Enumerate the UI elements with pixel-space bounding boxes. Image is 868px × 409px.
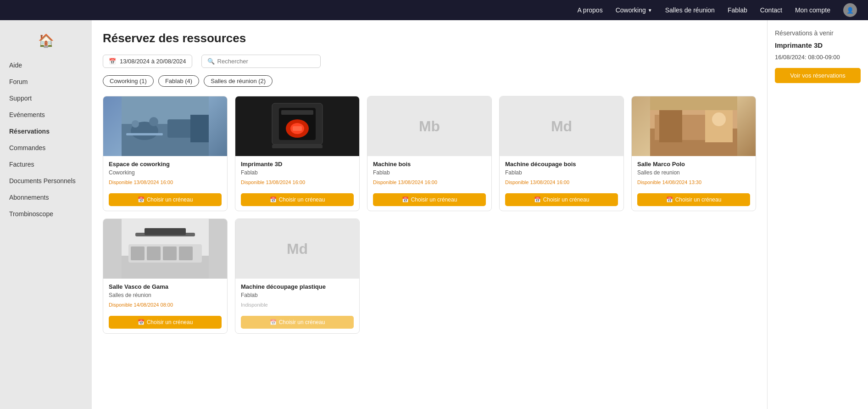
panel-resource-name: Imprimante 3D: [775, 41, 861, 49]
panel-title: Réservations à venir: [775, 29, 861, 37]
nav-a-propos[interactable]: A propos: [577, 6, 602, 14]
sidebar-item-factures[interactable]: Factures: [0, 156, 92, 173]
card-availability-imprimante: Disponible 13/08/2024 16:00: [241, 179, 354, 185]
btn-choose-decoupage-bois[interactable]: 📅 Choisir un créneau: [505, 193, 618, 206]
card-image-marco-polo: [632, 96, 756, 156]
logo-icon: 🏠: [32, 31, 60, 50]
sidebar-item-trombinoscope[interactable]: Trombinoscope: [0, 206, 92, 222]
nav-coworking[interactable]: Coworking ▼: [616, 6, 652, 14]
card-image-decoupage-bois: Md: [500, 96, 623, 156]
nav-fablab[interactable]: Fablab: [728, 6, 747, 14]
svg-rect-27: [147, 247, 161, 260]
filter-coworking[interactable]: Coworking (1): [103, 75, 154, 87]
card-body-imprimante: Imprimante 3D Fablab Disponible 13/08/20…: [235, 156, 359, 190]
sidebar-item-documents[interactable]: Documents Personnels: [0, 173, 92, 189]
btn-choose-coworking[interactable]: 📅 Choisir un créneau: [109, 193, 222, 206]
filter-fablab[interactable]: Fablab (4): [158, 75, 199, 87]
card-image-vasco: [103, 219, 227, 279]
svg-rect-22: [650, 96, 737, 110]
search-bar: 📅 13/08/2024 à 20/08/2024 🔍: [103, 55, 756, 68]
sidebar-item-abonnements[interactable]: Abonnements: [0, 189, 92, 206]
svg-rect-26: [131, 247, 145, 260]
sidebar: 🏠 Aide Forum Support Evénements Réservat…: [0, 20, 92, 409]
card-machine-decoupage-bois: Md Machine découpage bois Fablab Disponi…: [499, 96, 624, 211]
btn-choose-imprimante[interactable]: 📅 Choisir un créneau: [241, 193, 354, 206]
card-availability-coworking: Disponible 13/08/2024 16:00: [109, 179, 222, 185]
svg-rect-3: [126, 133, 163, 135]
btn-voir-reservations[interactable]: Voir vos réservations: [775, 68, 861, 83]
card-body-marco-polo: Salle Marco Polo Salles de reunion Dispo…: [632, 156, 756, 190]
card-availability-vasco: Disponible 14/08/2024 08:00: [109, 302, 222, 308]
card-category-decoupage-bois: Fablab: [505, 169, 618, 176]
svg-rect-14: [293, 126, 302, 131]
card-category-machine-bois: Fablab: [373, 169, 486, 176]
resource-grid-row1: Espace de coworking Coworking Disponible…: [103, 96, 756, 211]
filter-tags: Coworking (1) Fablab (4) Salles de réuni…: [103, 75, 756, 87]
card-machine-bois: Mb Machine bois Fablab Disponible 13/08/…: [367, 96, 492, 211]
top-navigation: A propos Coworking ▼ Salles de réunion F…: [0, 0, 868, 20]
card-name-decoupage-bois: Machine découpage bois: [505, 161, 618, 168]
search-icon: 🔍: [207, 58, 215, 65]
card-body-coworking: Espace de coworking Coworking Disponible…: [103, 156, 227, 190]
sidebar-item-aide[interactable]: Aide: [0, 57, 92, 73]
nav-mon-compte[interactable]: Mon compte: [795, 6, 830, 14]
svg-rect-15: [272, 145, 323, 148]
calendar-btn-icon5: 📅: [666, 196, 673, 203]
sidebar-item-reservations[interactable]: Réservations: [0, 123, 92, 140]
avatar[interactable]: 👤: [843, 3, 857, 17]
nav-contact[interactable]: Contact: [760, 6, 782, 14]
sidebar-item-evenements[interactable]: Evénements: [0, 106, 92, 123]
svg-point-21: [712, 112, 726, 126]
card-name-imprimante: Imprimante 3D: [241, 161, 354, 168]
calendar-btn-icon6: 📅: [138, 319, 145, 325]
card-imprimante-3d: Imprimante 3D Fablab Disponible 13/08/20…: [235, 96, 360, 211]
card-image-imprimante: [235, 96, 359, 156]
sidebar-item-support[interactable]: Support: [0, 90, 92, 106]
btn-choose-vasco[interactable]: 📅 Choisir un créneau: [109, 316, 222, 329]
date-range-value: 13/08/2024 à 20/08/2024: [120, 58, 186, 65]
card-name-vasco: Salle Vasco de Gama: [109, 283, 222, 290]
card-category-imprimante: Fablab: [241, 169, 354, 176]
calendar-btn-icon4: 📅: [534, 196, 541, 203]
card-body-vasco: Salle Vasco de Gama Salles de réunion Di…: [103, 279, 227, 312]
sidebar-item-commandes[interactable]: Commandes: [0, 140, 92, 156]
filter-salles[interactable]: Salles de réunion (2): [204, 75, 273, 87]
svg-rect-19: [659, 110, 682, 142]
sidebar-logo: 🏠: [0, 28, 92, 57]
card-name-decoupage-plastique: Machine découpage plastique: [241, 283, 354, 290]
btn-choose-machine-bois[interactable]: 📅 Choisir un créneau: [373, 193, 486, 206]
nav-salles-reunion[interactable]: Salles de réunion: [665, 6, 715, 14]
card-availability-decoupage-plastique: Indisponible: [241, 302, 354, 308]
resource-grid-row2: Salle Vasco de Gama Salles de réunion Di…: [103, 219, 756, 334]
card-name-coworking: Espace de coworking: [109, 161, 222, 168]
svg-point-5: [149, 117, 158, 126]
card-category-decoupage-plastique: Fablab: [241, 292, 354, 298]
card-salle-vasco: Salle Vasco de Gama Salles de réunion Di…: [103, 219, 228, 334]
svg-point-4: [132, 120, 139, 128]
card-category-vasco: Salles de réunion: [109, 292, 222, 298]
card-category-coworking: Coworking: [109, 169, 222, 176]
card-image-machine-bois: Mb: [367, 96, 491, 156]
search-input[interactable]: [217, 58, 315, 65]
sidebar-item-forum[interactable]: Forum: [0, 73, 92, 90]
card-espace-coworking: Espace de coworking Coworking Disponible…: [103, 96, 228, 211]
card-image-coworking: [103, 96, 227, 156]
svg-rect-11: [281, 110, 313, 115]
search-input-wrap[interactable]: 🔍: [201, 55, 321, 68]
svg-rect-28: [163, 247, 177, 260]
card-availability-marco-polo: Disponible 14/08/2024 13:30: [637, 179, 750, 185]
card-availability-decoupage-bois: Disponible 13/08/2024 16:00: [505, 179, 618, 185]
btn-choose-decoupage-plastique[interactable]: 📅 Choisir un créneau: [241, 316, 354, 329]
svg-rect-7: [190, 115, 209, 142]
calendar-btn-icon: 📅: [138, 196, 145, 203]
btn-choose-marco-polo[interactable]: 📅 Choisir un créneau: [637, 193, 750, 206]
svg-rect-29: [179, 247, 193, 260]
date-picker[interactable]: 📅 13/08/2024 à 20/08/2024: [103, 55, 192, 68]
card-category-marco-polo: Salles de reunion: [637, 169, 750, 176]
panel-date: 16/08/2024: 08:00-09:00: [775, 54, 861, 61]
calendar-btn-icon2: 📅: [270, 196, 277, 203]
card-name-machine-bois: Machine bois: [373, 161, 486, 168]
calendar-btn-icon3: 📅: [402, 196, 409, 203]
card-salle-marco-polo: Salle Marco Polo Salles de reunion Dispo…: [631, 96, 756, 211]
calendar-icon: 📅: [109, 58, 116, 65]
